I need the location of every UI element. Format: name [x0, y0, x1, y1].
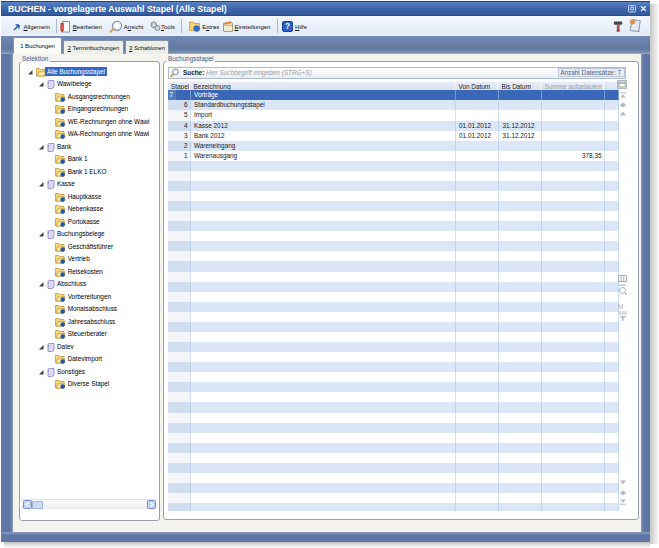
- svg-text:M: M: [618, 303, 623, 310]
- svg-text:?: ?: [285, 22, 290, 31]
